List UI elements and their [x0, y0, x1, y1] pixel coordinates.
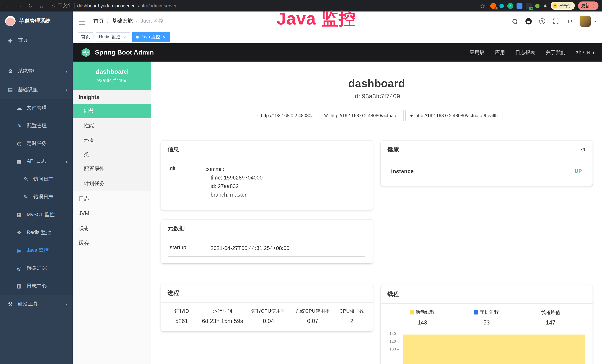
legend-value: 143 — [390, 319, 455, 326]
tools-icon: ⚒ — [7, 301, 13, 307]
sidebar-item-label: Redis 监控 — [27, 229, 51, 236]
dashboard-icon: ◉ — [7, 37, 13, 43]
sba-nav: 应用墙 应用 日志报表 关于我们 zh-CN ▾ — [469, 49, 595, 56]
search-icon[interactable] — [511, 17, 519, 25]
home-icon[interactable]: ⌂ — [37, 1, 46, 10]
paused-badge[interactable]: 已暂停 — [551, 2, 575, 10]
insights-item-details[interactable]: 细节 — [73, 104, 151, 118]
menu-item-logs[interactable]: 日志 — [73, 191, 151, 206]
threads-chart: 140 120 100 — [385, 331, 586, 364]
url-domain: dashboard.yudao.iocoder.cn — [77, 3, 136, 8]
git-time-line: time: 1596289704000 — [205, 173, 364, 182]
process-value: 5261 — [165, 318, 199, 324]
sidebar-item-dev-tools[interactable]: ⚒ 研发工具 ▾ — [0, 295, 73, 313]
health-url-link[interactable]: ♥ http://192.168.0.2:48080/actuator/heal… — [405, 110, 503, 121]
legend-label: 线程峰值 — [541, 309, 560, 316]
tags-view-bar: 首页 Redis 监控 × Java 监控 × — [73, 31, 602, 43]
sidebar-item-trace[interactable]: ◎ 链路追踪 — [0, 259, 73, 277]
git-branch-line: branch: master — [205, 191, 364, 199]
sba-nav-applications[interactable]: 应用 — [495, 49, 505, 56]
clock-icon: ◷ — [16, 140, 22, 147]
bookmark-star-icon[interactable]: ☆ — [478, 1, 487, 10]
menu-item-caches[interactable]: 缓存 — [73, 236, 151, 250]
actuator-url-link[interactable]: ⚒ http://192.168.0.2:48080/actuator — [319, 110, 404, 121]
insights-item-environment[interactable]: 环境 — [73, 133, 151, 147]
sidebar-item-error-logs[interactable]: ✎ 错误日志 — [0, 188, 73, 206]
avatar-caret-icon[interactable]: ▾ — [594, 19, 596, 23]
sidebar-item-label: API 日志 — [27, 158, 46, 165]
address-bar[interactable]: ⚠ 不安全 dashboard.yudao.iocoder.cn/infra/a… — [51, 3, 476, 9]
forward-icon[interactable]: → — [15, 1, 24, 10]
sidebar-item-config-management[interactable]: ✎ 配置管理 — [0, 117, 73, 135]
health-icon: ♥ — [410, 113, 413, 118]
help-icon[interactable]: ? — [538, 17, 546, 25]
github-icon[interactable] — [525, 17, 532, 25]
tab-label: Redis 监控 — [99, 34, 120, 40]
sidebar-item-redis-monitor[interactable]: ❖ Redis 监控 — [0, 224, 73, 241]
y-axis-tick: 120 — [385, 339, 399, 343]
service-url-link[interactable]: ⌂ http://192.168.0.2:48080/ — [251, 110, 317, 121]
extension-icon-6[interactable] — [535, 3, 540, 8]
breadcrumb-home[interactable]: 首页 — [93, 18, 104, 24]
extension-icon-4[interactable] — [517, 3, 523, 9]
sba-nav-wallboard[interactable]: 应用墙 — [469, 49, 484, 56]
menu-item-mappings[interactable]: 映射 — [73, 221, 151, 236]
insights-item-scheduled-tasks[interactable]: 计划任务 — [73, 176, 151, 191]
extension-icon-7[interactable]: ♟ — [543, 3, 547, 9]
breadcrumb-infrastructure[interactable]: 基础设施 — [112, 18, 133, 24]
update-button[interactable]: 更新 ⋮ — [578, 1, 598, 10]
sidebar-item-api-logs[interactable]: ▧ API 日志 ▴ — [0, 152, 73, 170]
sidebar-item-home[interactable]: ◉ 首页 — [0, 31, 73, 49]
insights-item-beans[interactable]: 类 — [73, 147, 151, 162]
back-icon[interactable]: ← — [4, 1, 13, 10]
threads-card: 线程 活动线程 143 守护进程 53 — [381, 285, 592, 364]
info-card: 信息 git commit: time: 1596289704000 id: 2… — [161, 140, 373, 210]
divider — [74, 3, 75, 8]
sidebar-item-access-logs[interactable]: ✎ 访问日志 — [0, 170, 73, 188]
extension-icon-2[interactable] — [500, 3, 504, 8]
menu-item-jvm[interactable]: JVM — [73, 206, 151, 221]
java-icon: ▣ — [16, 247, 22, 253]
security-label[interactable]: 不安全 — [58, 3, 72, 9]
insights-item-metrics[interactable]: 性能 — [73, 118, 151, 133]
sba-nav-about[interactable]: 关于我们 — [546, 49, 566, 56]
sidebar-item-system-admin[interactable]: ⚙ 系统管理 ▾ — [0, 62, 73, 80]
sidebar-item-mysql-monitor[interactable]: ▦ MySQL 监控 — [0, 206, 73, 224]
sba-locale-select[interactable]: zh-CN ▾ — [576, 50, 595, 55]
close-icon[interactable]: × — [122, 35, 127, 39]
sba-nav-journal[interactable]: 日志报表 — [515, 49, 535, 56]
sidebar-item-java-monitor[interactable]: ▣ Java 监控 — [0, 241, 73, 259]
log-center-icon: ▥ — [16, 283, 22, 289]
tab-redis-monitor[interactable]: Redis 监控 × — [96, 32, 130, 42]
extension-icon-3[interactable]: ✓ — [507, 3, 513, 9]
tab-home[interactable]: 首页 — [78, 32, 93, 42]
sidebar-item-label: 研发工具 — [18, 301, 38, 307]
process-value: 2 — [335, 318, 369, 324]
insights-item-config-props[interactable]: 配置属性 — [73, 162, 151, 176]
url-path: /infra/admin-server — [138, 3, 177, 8]
chevron-down-icon: ▾ — [66, 69, 67, 73]
sba-brand[interactable]: Spring Boot Admin — [81, 47, 154, 57]
app-logo-avatar — [5, 16, 16, 26]
sidebar-item-infrastructure[interactable]: ▤ 基础设施 ▴ — [0, 80, 73, 99]
extension-icon-5[interactable]: on — [526, 3, 532, 9]
sidebar-item-log-center[interactable]: ▥ 日志中心 — [0, 277, 73, 295]
sidebar-item-scheduled-tasks[interactable]: ◷ 定时任务 — [0, 135, 73, 152]
extension-icon-1[interactable]: 1 — [490, 3, 496, 9]
fullscreen-icon[interactable] — [552, 17, 560, 25]
spring-boot-logo-icon — [81, 47, 91, 57]
browser-menu-icon[interactable]: ⋮ — [591, 3, 595, 8]
sidebar-item-label: 基础设施 — [18, 86, 38, 93]
font-size-icon[interactable]: TT — [566, 17, 573, 25]
reload-icon[interactable]: ↻ — [26, 1, 35, 10]
card-title: 健康 — [387, 146, 399, 153]
close-icon[interactable]: × — [162, 35, 166, 39]
app-title: 芋道管理系统 — [19, 18, 50, 24]
sidebar-toggle-icon[interactable] — [79, 16, 89, 26]
card-title: 线程 — [387, 290, 399, 298]
sidebar-item-file-management[interactable]: ☁ 文件管理 — [0, 99, 73, 117]
tab-java-monitor[interactable]: Java 监控 × — [132, 32, 170, 42]
link-label: http://192.168.0.2:48080/ — [261, 113, 312, 118]
history-icon[interactable]: ↺ — [581, 146, 586, 153]
user-avatar[interactable] — [580, 16, 591, 27]
